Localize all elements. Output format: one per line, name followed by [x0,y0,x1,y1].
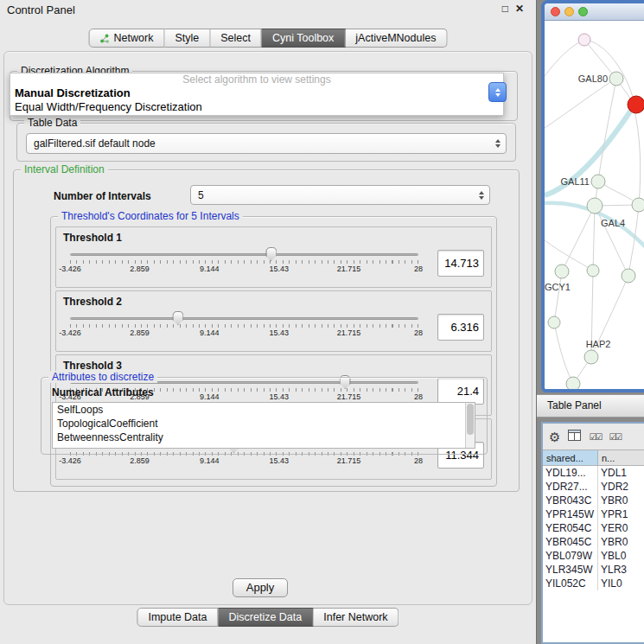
network-view-window: GAL80GAL11GAL4GCY1HAP2 [541,0,644,392]
threshold-label: Threshold 2 [63,296,486,308]
table-cell: YBL0 [598,549,644,563]
slider-track[interactable] [70,317,418,320]
scrollbar[interactable] [465,403,475,448]
network-canvas[interactable]: GAL80GAL11GAL4GCY1HAP2 [545,21,644,389]
network-node-label: GAL4 [601,218,625,228]
threshold-label: Threshold 3 [63,360,486,372]
algorithm-option[interactable]: Equal Width/Frequency Discretization [10,100,503,114]
control-panel-window: Control Panel □ ✕ NetworkStyleSelectCyni… [0,0,537,644]
network-node-label: GAL11 [561,176,590,187]
table-cell: YBR0 [598,535,644,549]
table-cell: YPR1 [598,507,644,521]
tab-impute-data[interactable]: Impute Data [137,608,218,627]
tab-infer-network[interactable]: Infer Network [313,608,399,627]
network-edge [598,79,616,182]
close-traffic-light[interactable] [551,7,560,16]
slider-scale-label: -3.426 [59,265,81,273]
table-row[interactable]: YER054CYER0 [543,521,644,535]
table-row[interactable]: YDL19...YDL1 [543,466,644,480]
network-node[interactable] [622,269,635,283]
tab-select[interactable]: Select [210,29,262,48]
network-node[interactable] [578,34,590,46]
columns-icon[interactable] [568,429,581,444]
table-toolbar: ⚙ ☑☑ ☑☑ [543,424,644,450]
network-icon [100,34,110,43]
network-node[interactable] [555,265,569,278]
slider-track[interactable] [70,253,418,256]
network-node[interactable] [632,198,644,212]
select-rows-icon[interactable]: ☑☑ [609,432,621,442]
network-node[interactable] [587,265,599,277]
network-edge [595,206,628,276]
tab-style[interactable]: Style [164,29,210,48]
network-node[interactable] [609,72,623,86]
table-row[interactable]: YLR345WYLR3 [543,563,644,577]
network-node-label: GAL80 [578,73,608,84]
algorithm-prompt-item: Select algorithm to view settings [10,73,503,86]
close-icon[interactable]: ✕ [515,3,524,15]
network-node[interactable] [628,96,644,113]
slider-scale-label: 15.43 [270,328,290,337]
tab-network[interactable]: Network [89,29,165,48]
group-label: Table Data [24,117,80,129]
apply-button[interactable]: Apply [233,578,288,597]
table-row[interactable]: YDR27...YDR2 [543,480,644,494]
threshold-label: Threshold 1 [63,232,486,244]
list-item[interactable]: TopologicalCoefficient [53,417,475,430]
zoom-traffic-light[interactable] [578,7,588,16]
table-row[interactable]: YPR145WYPR1 [543,507,644,521]
network-node[interactable] [587,198,603,214]
network-node[interactable] [566,377,580,389]
slider-scale-label: 21.715 [337,328,361,337]
column-header-name[interactable]: n... [598,450,644,465]
table-row[interactable]: YBR043CYBR0 [543,494,644,507]
network-canvas-svg[interactable]: GAL80GAL11GAL4GCY1HAP2 [545,21,644,389]
table-row[interactable]: YBL079WYBL0 [543,549,644,563]
network-node[interactable] [584,350,598,364]
slider-scale-label: 2.859 [130,265,150,273]
tab-label: Select [220,32,251,44]
threshold-value-field[interactable]: 14.713 [437,250,484,277]
cyni-toolbox-panel: Discretization Algorithm Select algorith… [3,51,532,605]
select-columns-icon[interactable]: ☑☑ [589,432,601,442]
threshold-value-field[interactable]: 6.316 [437,314,484,341]
column-header-shared-name[interactable]: shared... [543,450,598,465]
network-edge [554,271,562,322]
table-cell: YLR3 [598,563,644,577]
threshold-slider[interactable]: -3.4262.8599.14415.4321.71528 [61,245,427,281]
slider-scale-label: 21.715 [337,265,361,273]
table-row[interactable]: YBR045CYBR0 [543,535,644,549]
table-panel-window: ⚙ ☑☑ ☑☑ shared... n... YDL19...YDL1YDR27… [541,422,644,644]
number-of-intervals-combobox[interactable]: 5 [190,185,490,205]
tab-discretize-data[interactable]: Discretize Data [219,608,314,627]
slider-thumb[interactable] [172,311,183,325]
table-data-group: Table Data galFiltered.sif default node [16,123,516,162]
table-data-combobox[interactable]: galFiltered.sif default node [26,133,507,154]
tab-jactivemnodules[interactable]: jActiveMNodules [345,29,447,48]
table-row[interactable]: YIL052CYIL0 [543,577,644,590]
threshold-slider[interactable]: -3.4262.8599.14415.4321.71528 [61,309,427,345]
slider-thumb[interactable] [265,247,277,261]
tab-label: Style [175,32,199,44]
combobox-stepper-icon[interactable] [488,82,507,102]
network-node[interactable] [591,175,605,188]
threshold-panel: Threshold 1 -3.4262.8599.14415.4321.7152… [55,226,492,288]
algorithm-option[interactable]: Manual Discretization [10,86,503,100]
gear-icon[interactable]: ⚙ [549,430,560,443]
list-item[interactable]: SelfLoops [53,403,475,417]
list-item[interactable]: BetweennessCentrality [53,430,475,444]
tab-cyni-toolbox[interactable]: Cyni Toolbox [262,29,345,48]
network-node[interactable] [548,316,560,328]
slider-scale-label: -3.426 [59,328,81,337]
network-edge [545,40,584,76]
combobox-stepper-icon[interactable] [495,139,501,148]
tab-label: Discretize Data [229,611,303,623]
tab-label: Cyni Toolbox [272,32,334,44]
scrollbar-thumb[interactable] [467,404,474,435]
attributes-group: Attributes to discretize Numerical Attri… [41,377,488,455]
float-window-icon[interactable]: □ [502,3,508,15]
group-label: Interval Definition [21,163,108,175]
table-cell: YPR145W [543,507,598,521]
minimize-traffic-light[interactable] [564,7,574,16]
combobox-stepper-icon[interactable] [479,191,484,200]
